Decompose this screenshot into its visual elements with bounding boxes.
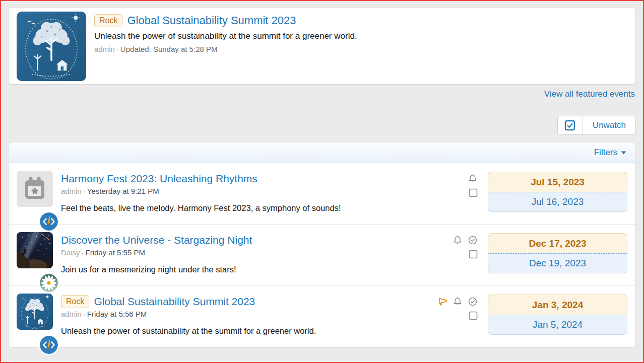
event-thumbnail-wrap [17, 171, 53, 216]
event-row: Discover the Universe - Stargazing Night… [9, 225, 635, 286]
event-description: Unleash the power of sustainability at t… [61, 326, 435, 336]
filters-label: Filters [594, 148, 617, 158]
prefix-badge[interactable]: Rock [61, 295, 89, 308]
night-sky-thumbnail[interactable] [17, 232, 53, 268]
filters-toggle[interactable]: Filters [594, 148, 626, 158]
view-all-row: View all featured events [8, 89, 635, 99]
featured-event-card: Rock Global Sustainability Summit 2023 U… [8, 7, 636, 85]
chevron-down-icon [621, 151, 626, 155]
event-main: Discover the Universe - Stargazing Night… [61, 232, 435, 278]
event-end-date[interactable]: Dec 19, 2023 [488, 253, 627, 273]
meta-separator: · [80, 248, 86, 257]
event-thumbnail-wrap [17, 232, 53, 278]
event-title-link[interactable]: Global Sustainability Summit 2023 [94, 295, 255, 308]
select-checkbox[interactable] [469, 250, 478, 259]
megaphone-icon [437, 297, 447, 307]
author-name[interactable]: admin [61, 187, 82, 195]
event-start-date[interactable]: Jul 15, 2023 [488, 172, 627, 192]
event-meta: admin·Friday at 5:56 PM [61, 310, 435, 318]
meta-separator: · [82, 310, 87, 318]
meta-separator: · [115, 45, 120, 53]
meta-separator: · [82, 187, 87, 195]
event-end-date[interactable]: Jan 5, 2024 [488, 315, 627, 335]
check-circle-icon [468, 235, 478, 245]
calendar-placeholder-thumbnail[interactable] [17, 171, 53, 207]
author-name[interactable]: Daisy [61, 248, 80, 257]
prefix-badge[interactable]: Rock [94, 14, 122, 27]
event-list: Harmony Fest 2023: Unleashing Rhythms ad… [8, 163, 636, 348]
daisy-avatar[interactable] [40, 274, 58, 292]
event-dates: Jan 3, 2024 Jan 5, 2024 [488, 294, 627, 340]
watch-row: Unwatch [8, 116, 636, 135]
tree-artwork-thumbnail[interactable] [17, 294, 53, 330]
event-thumbnail-wrap [17, 294, 53, 340]
event-main: Rock Global Sustainability Summit 2023 a… [61, 294, 435, 340]
event-start-date[interactable]: Jan 3, 2024 [488, 295, 627, 315]
updated-timestamp: Updated: Sunday at 5:28 PM [120, 45, 218, 53]
event-end-date[interactable]: Jul 16, 2023 [488, 192, 627, 212]
featured-event-thumbnail[interactable] [17, 12, 86, 81]
bell-icon [453, 297, 463, 307]
unwatch-button[interactable]: Unwatch [557, 116, 636, 135]
event-title-link[interactable]: Harmony Fest 2023: Unleashing Rhythms [61, 172, 257, 185]
bell-icon [468, 174, 478, 184]
author-name[interactable]: admin [94, 45, 115, 53]
author-name[interactable]: admin [61, 310, 82, 318]
checked-checkbox-icon [564, 120, 575, 131]
featured-event-meta: admin·Updated: Sunday at 5:28 PM [94, 45, 357, 53]
event-meta: admin·Yesterday at 9:21 PM [61, 187, 435, 195]
event-row: Harmony Fest 2023: Unleashing Rhythms ad… [9, 163, 635, 225]
event-description: Join us for a mesmerizing night under th… [61, 265, 435, 274]
event-description: Feel the beats, live the melody. Harmony… [61, 203, 435, 213]
event-title-link[interactable]: Discover the Universe - Stargazing Night [61, 233, 252, 247]
event-actions [435, 294, 478, 340]
event-timestamp: Friday at 5:56 PM [87, 310, 147, 318]
event-dates: Dec 17, 2023 Dec 19, 2023 [488, 232, 627, 278]
view-all-featured-events-link[interactable]: View all featured events [544, 89, 635, 99]
select-checkbox[interactable] [469, 311, 478, 320]
event-row: Rock Global Sustainability Summit 2023 a… [9, 286, 635, 347]
event-start-date[interactable]: Dec 17, 2023 [488, 233, 627, 253]
admin-avatar[interactable] [40, 212, 58, 231]
check-circle-icon [468, 297, 478, 307]
bell-icon [453, 235, 463, 245]
event-actions [435, 232, 478, 278]
watch-checkbox-segment[interactable] [558, 116, 583, 134]
featured-event-body: Rock Global Sustainability Summit 2023 U… [94, 12, 357, 53]
select-checkbox[interactable] [469, 188, 478, 197]
event-meta: Daisy·Friday at 5:55 PM [61, 248, 435, 257]
event-timestamp: Friday at 5:55 PM [86, 248, 145, 257]
event-timestamp: Yesterday at 9:21 PM [87, 187, 159, 195]
event-actions [435, 171, 478, 216]
featured-event-description: Unleash the power of sustainability at t… [94, 31, 357, 41]
event-main: Harmony Fest 2023: Unleashing Rhythms ad… [61, 171, 435, 216]
admin-avatar[interactable] [40, 336, 58, 354]
event-dates: Jul 15, 2023 Jul 16, 2023 [488, 171, 627, 216]
events-page: Rock Global Sustainability Summit 2023 U… [1, 1, 643, 348]
featured-event-title-link[interactable]: Global Sustainability Summit 2023 [127, 14, 296, 28]
unwatch-button-label[interactable]: Unwatch [583, 116, 635, 134]
filters-bar: Filters [8, 142, 636, 163]
